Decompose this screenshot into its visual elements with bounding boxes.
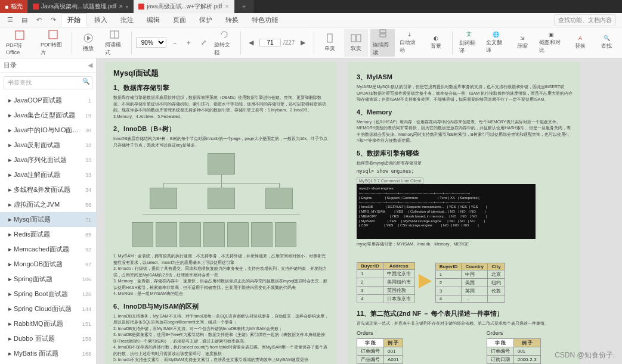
pdf-icon <box>33 4 39 10</box>
toolbar: PDF转Office PDF转图片 播放 阅读模式 90% − ＋ ⤢ 旋转文档… <box>0 27 622 58</box>
outline-item[interactable]: ▸ Java中的IO与NIO面试题30 <box>0 123 96 138</box>
orders-table-1: 字 段例 子订单编号001产品编号A001 <box>357 338 403 364</box>
outline-search[interactable]: 书签查找 <box>4 76 92 89</box>
list: 1. InnoDB支持事务，MyISAM不支持。对于InnoDB每一条SQL语言… <box>113 313 329 363</box>
next-page-button[interactable]: ▶ <box>297 36 309 49</box>
background-button[interactable]: ◐背景 <box>424 29 448 57</box>
tab-doc-2[interactable]: java高级面试...w+字解析.pdf✕ <box>134 0 234 13</box>
watermark: CSDN @知食份子. <box>555 350 615 360</box>
page-total: /227 <box>283 39 295 46</box>
terminal-screenshot: mysql> show engines; +------------------… <box>357 184 536 239</box>
ribbon-tab-page[interactable]: 页面 <box>167 14 192 26</box>
autoscroll-button[interactable]: ⇣自动滚动 <box>397 29 422 57</box>
save-icon[interactable]: ▤ <box>18 14 31 27</box>
zoom-in-icon[interactable]: ＋ <box>183 36 195 49</box>
section-heading: 11、第二范式(2nd NF － 每个表只描述一件事情） <box>357 309 573 318</box>
document-tabs: ■稻壳 Java高级架构...试题整理.pdf✕▾ java高级面试...w+字… <box>0 0 622 13</box>
ribbon-tab-feature[interactable]: 特色功能 <box>246 14 284 26</box>
double-page-button[interactable]: 双页 <box>344 29 368 57</box>
table-before: BuyerIDAddress1中国北京市2美国纽约市3英国伦敦4日本东京市 <box>357 262 415 303</box>
camera-icon: ▣ <box>549 32 554 38</box>
svg-rect-7 <box>351 35 355 42</box>
outline-item[interactable]: ▸ Memcached面试题92 <box>0 242 96 257</box>
svg-rect-8 <box>357 35 361 42</box>
window-title: MySQL 5.7 Command Line Client <box>357 178 423 184</box>
outline-item[interactable]: ▸ Java集合/泛型面试题19 <box>0 108 96 123</box>
page-input[interactable] <box>259 39 281 46</box>
list: 1. MyISAM：全表统，拥有较高的执行速度，不支持事务，不支持外键，并发性能… <box>113 253 329 297</box>
rotate-icon <box>219 29 230 40</box>
compress-button[interactable]: ⇲压缩 <box>510 29 534 57</box>
outline-item[interactable]: ▸ Spring Boot面试题126 <box>0 287 96 301</box>
menu-icon[interactable]: ☰ <box>4 14 17 27</box>
tab-doc-1[interactable]: Java高级架构...试题整理.pdf✕▾ <box>28 0 134 13</box>
outline-item[interactable]: ▸ JavaOOP面试题1 <box>0 93 96 108</box>
pdf-page-right: 3、MyIASM MyIASM是MySQL默认的引擎，但是它没有提供对数据库事务… <box>348 62 581 364</box>
down-icon: ⇣ <box>407 32 412 38</box>
convert-icon <box>14 30 25 41</box>
outline-item[interactable]: ▸ ZooKeeper 面试题172 <box>0 361 96 364</box>
pdf-to-office-button[interactable]: PDF转Office <box>4 29 36 57</box>
code-line: mysql> show engines; <box>357 169 573 174</box>
outline-item[interactable]: ▸ Spring Cloud面试题144 <box>0 301 96 316</box>
outline-item[interactable]: ▸ 多线程&并发面试题34 <box>0 182 96 197</box>
palette-icon: ◐ <box>434 35 438 41</box>
paragraph: InnoDB底层存储结构为B+树，B树的每个节点对应innodb的一个page，… <box>113 136 329 148</box>
section-heading: 4、Memory <box>357 108 573 117</box>
ribbon-search[interactable]: 查找功能、文档内容 <box>554 14 616 26</box>
document-viewport[interactable]: Mysql面试题 1、数据库存储引擎 数据库存储引擎是数据库底层软件组织，数据库… <box>97 58 622 364</box>
ribbon-tab-insert[interactable]: 插入 <box>88 14 113 26</box>
outline-item[interactable]: ▸ RabbitMQ面试题151 <box>0 316 96 331</box>
ribbon: ☰ ▤ ↶ ↷ 开始 插入 批注 编辑 页面 保护 转换 特色功能 查找功能、文… <box>0 13 622 27</box>
translate-sel-button[interactable]: 文划词翻译 <box>457 29 481 57</box>
full-translate-button[interactable]: 🌐全文翻译 <box>484 29 508 57</box>
btree-diagram <box>135 153 308 248</box>
read-mode-button[interactable]: 阅读模式 <box>103 29 127 57</box>
outline-item[interactable]: ▸ MyBatis 面试题166 <box>0 346 96 361</box>
translate-icon: 文 <box>466 30 472 38</box>
screenshot-button[interactable]: ▣截图和对比 <box>537 29 566 57</box>
undo-icon[interactable]: ↶ <box>32 14 45 27</box>
close-icon[interactable]: ✕ <box>119 4 123 10</box>
close-icon[interactable]: ✕ <box>225 4 230 10</box>
zoom-select[interactable]: 90% <box>136 38 166 48</box>
continuous-icon <box>377 29 388 40</box>
tab-add[interactable]: ＋ <box>235 0 253 13</box>
find-button[interactable]: 🔍查找 <box>595 29 618 57</box>
book-icon <box>109 29 120 40</box>
catalog-button[interactable]: A替换 <box>568 29 592 57</box>
rotate-button[interactable]: 旋转文档 <box>212 29 236 57</box>
single-page-button[interactable]: 单页 <box>318 29 342 57</box>
paragraph: 首先满足第一范式，并且表中非主键列不存在对主键的部分依赖。第二范式要求每个表只描… <box>357 321 573 327</box>
outline-item[interactable]: ▸ 虚拟面试之JVM56 <box>0 197 96 212</box>
collapse-icon[interactable]: ◀ <box>88 61 92 69</box>
continuous-button[interactable]: 连续阅读 <box>370 29 395 57</box>
redo-icon[interactable]: ↷ <box>47 14 60 27</box>
fit-width-icon[interactable]: ⤢ <box>197 36 209 49</box>
outline-sidebar: 目录 ◀ 书签查找 ▸ JavaOOP面试题1▸ Java集合/泛型面试题19▸… <box>0 58 97 364</box>
ribbon-tab-edit[interactable]: 编辑 <box>141 14 166 26</box>
outline-item[interactable]: ▸ Java注解面试题33 <box>0 167 96 182</box>
outline-item[interactable]: ▸ Redis面试题85 <box>0 227 96 242</box>
pdf-to-pic-button[interactable]: PDF转图片 <box>38 29 67 57</box>
page-title: Mysql面试题 <box>113 68 329 79</box>
image-icon <box>48 29 58 40</box>
compress-icon: ⇲ <box>520 35 525 41</box>
ribbon-tab-protect[interactable]: 保护 <box>193 14 218 26</box>
outline-item[interactable]: ▸ Dubbo 面试题158 <box>0 331 96 346</box>
outline-item[interactable]: ▸ Java序列化面试题33 <box>0 153 96 167</box>
outline-item[interactable]: ▸ Java反射面试题32 <box>0 138 96 153</box>
outline-item[interactable]: ▸ Mysql面试题71 <box>0 212 96 227</box>
ribbon-tab-comment[interactable]: 批注 <box>115 14 140 26</box>
zoom-out-icon[interactable]: − <box>169 36 181 49</box>
play-button[interactable]: 播放 <box>76 29 100 57</box>
prev-page-button[interactable]: ◀ <box>245 36 257 49</box>
section-heading: 5、数据库引擎有哪些 <box>357 149 573 158</box>
section-heading: 1、数据库存储引擎 <box>113 83 329 92</box>
outline-item[interactable]: ▸ Spring面试题106 <box>0 272 96 287</box>
tab-home[interactable]: ■稻壳 <box>0 0 28 13</box>
ribbon-tab-convert[interactable]: 转换 <box>219 14 245 26</box>
outline-item[interactable]: ▸ MongoDB面试题97 <box>0 257 96 272</box>
svg-rect-6 <box>327 34 332 42</box>
ribbon-tab-start[interactable]: 开始 <box>61 13 87 27</box>
